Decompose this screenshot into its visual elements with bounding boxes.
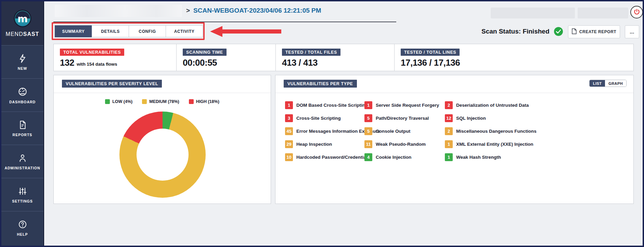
sidebar-item-settings[interactable]: SETTINGS xyxy=(1,178,43,211)
tab-activity[interactable]: ACTIVITY xyxy=(166,25,203,37)
person-icon xyxy=(18,153,27,163)
type-panel-title: VULNERABILITIES PER TYPE xyxy=(284,80,357,88)
type-count-badge: 1 xyxy=(364,101,372,109)
type-label: Cross-Site Scripting xyxy=(296,116,341,121)
severity-donut xyxy=(119,112,206,198)
sidebar-item-label: NEW xyxy=(18,66,27,70)
type-label: SQL Injection xyxy=(456,116,486,121)
stat-value: 17,136 / 17,136 xyxy=(401,57,460,68)
type-label: Console Output xyxy=(376,129,410,134)
header-redacted-1 xyxy=(491,8,575,18)
type-item: 29 Heap Inspection xyxy=(285,140,364,148)
legend-item-medium: MEDIUM (78%) xyxy=(142,99,179,104)
document-icon xyxy=(572,28,577,35)
type-count-badge: 11 xyxy=(364,140,372,148)
tab-config[interactable]: CONFIG xyxy=(129,25,166,37)
app-logo: m MENDSAST xyxy=(1,1,43,45)
type-item: 10 Hardcoded Password/Credentials xyxy=(285,153,364,161)
type-item: 2 Miscellaneous Dangerous Functions xyxy=(445,127,633,135)
type-item: 1 Server Side Request Forgery xyxy=(364,101,445,109)
stat-title-badge: TOTAL VULNERABILITIES xyxy=(60,49,124,56)
logout-button[interactable] xyxy=(630,6,643,18)
sidebar-item-new[interactable]: NEW xyxy=(1,45,43,78)
type-count-badge: 5 xyxy=(364,114,372,122)
type-label: Heap Inspection xyxy=(296,142,332,147)
legend-item-low: LOW (4%) xyxy=(105,99,132,104)
type-count-badge: 12 xyxy=(445,114,453,122)
type-label: Deserialization of Untrusted Data xyxy=(456,103,529,108)
stat-value: 413 / 413 xyxy=(282,57,318,68)
type-item: 1 DOM Based Cross-Site Scripting xyxy=(285,101,364,109)
type-count-badge: 1 xyxy=(445,140,453,148)
stat-card-scanning-time: SCANNING TIME 00:00:55 xyxy=(176,44,275,71)
type-item: 11 Weak Pseudo-Random xyxy=(364,140,445,148)
tab-summary[interactable]: SUMMARY xyxy=(55,25,92,37)
app-name-bold: SAST xyxy=(23,31,39,37)
type-label: Cookie Injection xyxy=(376,155,411,160)
power-icon xyxy=(633,8,640,16)
legend-swatch-medium xyxy=(142,99,147,104)
legend-item-high: HIGH (18%) xyxy=(189,99,219,104)
type-count-badge: 5 xyxy=(364,127,372,135)
sidebar-item-reports[interactable]: REPORTS xyxy=(1,112,43,145)
type-item: 3 Cross-Site Scripting xyxy=(285,114,364,122)
scan-status-value: Finished xyxy=(523,28,549,35)
type-item: 1 Weak Hash Strength xyxy=(445,153,633,161)
type-label: Weak Hash Strength xyxy=(456,155,501,160)
type-item: 1 XML External Entity (XXE) Injection xyxy=(445,140,633,148)
stat-suffix: with 154 data flows xyxy=(77,62,117,67)
sidebar-item-dashboard[interactable]: DASHBOARD xyxy=(1,78,43,112)
scan-status-label: Scan Status: xyxy=(481,28,521,35)
sidebar: m MENDSAST NEW xyxy=(1,1,44,246)
report-icon xyxy=(18,120,27,130)
app-name: MENDSAST xyxy=(6,31,39,37)
type-count-badge: 1 xyxy=(285,101,293,109)
sidebar-item-administration[interactable]: ADMINISTRATION xyxy=(1,145,43,178)
app-name-thin: MEND xyxy=(6,31,23,37)
stats-row: TOTAL VULNERABILITIES 132 with 154 data … xyxy=(53,44,634,71)
stat-value: 132 xyxy=(60,57,74,68)
svg-text:m: m xyxy=(17,13,27,25)
type-label: Hardcoded Password/Credentials xyxy=(296,155,370,160)
more-actions-button[interactable]: ... xyxy=(625,25,639,38)
type-item: 5 Console Output xyxy=(364,127,445,135)
stat-card-tested-lines: TESTED / TOTAL LINES 17,136 / 17,136 xyxy=(394,44,633,71)
type-count-badge: 3 xyxy=(285,114,293,122)
scan-tabs: SUMMARY DETAILS CONFIG ACTIVITY xyxy=(55,25,203,37)
sidebar-item-help[interactable]: HELP xyxy=(1,211,43,244)
type-count-badge: 2 xyxy=(445,127,453,135)
project-selector-redacted[interactable] xyxy=(55,5,182,17)
stat-value: 00:00:55 xyxy=(183,57,217,68)
sidebar-item-label: REPORTS xyxy=(13,133,33,137)
sidebar-item-label: HELP xyxy=(17,232,28,236)
header-redacted-2 xyxy=(578,8,628,18)
type-label: Miscellaneous Dangerous Functions xyxy=(456,129,537,134)
breadcrumb-scan-name[interactable]: SCAN-WEBGOAT-2023/04/06 12:21:05 PM xyxy=(193,7,321,14)
toggle-list-button[interactable]: LIST xyxy=(590,80,605,87)
header-divider xyxy=(53,22,396,22)
app-window: m MENDSAST NEW xyxy=(0,0,644,247)
type-label: Server Side Request Forgery xyxy=(376,103,439,108)
gauge-icon xyxy=(17,87,28,97)
type-item: 45 Error Messages Information Exposure xyxy=(285,127,364,135)
type-item: 4 Cookie Injection xyxy=(364,153,445,161)
severity-legend: LOW (4%) MEDIUM (78%) HIGH (18%) xyxy=(54,99,271,104)
breadcrumb-separator: > xyxy=(186,7,190,14)
type-label: Weak Pseudo-Random xyxy=(376,142,426,147)
sliders-icon xyxy=(18,186,27,196)
create-report-button[interactable]: CREATE REPORT xyxy=(568,25,620,38)
status-check-icon xyxy=(554,27,563,38)
sidebar-item-label: SETTINGS xyxy=(12,199,33,203)
type-label: Path/Directory Traversal xyxy=(376,116,429,121)
type-grid: 1 DOM Based Cross-Site Scripting 1 Serve… xyxy=(275,93,633,161)
type-label: DOM Based Cross-Site Scripting xyxy=(296,103,368,108)
tab-details[interactable]: DETAILS xyxy=(92,25,129,37)
toggle-graph-button[interactable]: GRAPH xyxy=(605,80,626,87)
mend-logo-icon: m xyxy=(13,9,32,29)
legend-swatch-low xyxy=(105,99,110,104)
legend-label: HIGH (18%) xyxy=(196,99,219,104)
type-count-badge: 1 xyxy=(445,153,453,161)
severity-panel-title: VULNERABILITIES PER SEVERITY LEVEL xyxy=(62,80,162,88)
annotation-arrow-icon xyxy=(209,25,282,39)
legend-label: LOW (4%) xyxy=(112,99,132,104)
